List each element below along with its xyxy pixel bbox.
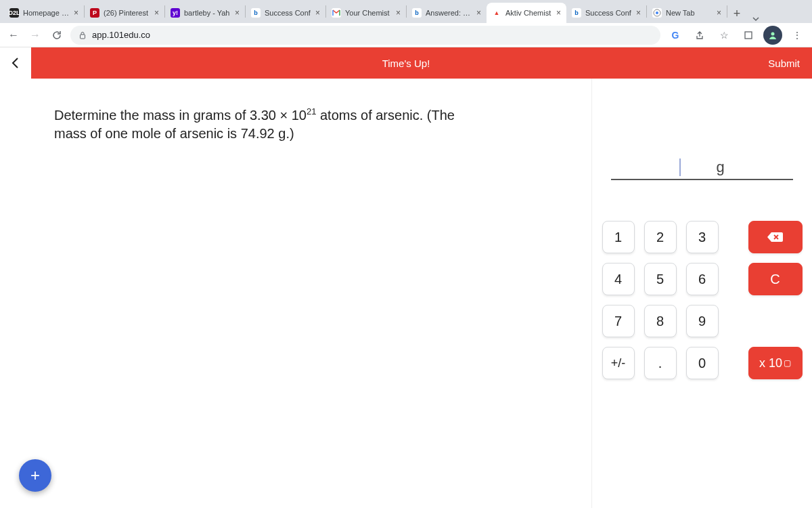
menu-icon[interactable]: ⋮	[788, 26, 807, 45]
close-icon[interactable]: ×	[315, 8, 320, 18]
close-icon[interactable]: ×	[235, 8, 240, 18]
tab-label: New Tab	[666, 9, 713, 17]
aktiv-favicon: ▲	[492, 8, 501, 18]
bartleby-favicon: b	[572, 8, 581, 18]
close-icon[interactable]: ×	[636, 8, 641, 18]
key-4[interactable]: 4	[602, 263, 635, 295]
new-tab-button[interactable]: +	[727, 4, 746, 23]
close-icon[interactable]: ×	[556, 8, 561, 18]
address-bar[interactable]: app.101edu.co	[70, 26, 660, 45]
svg-point-1	[656, 12, 658, 14]
chrome-favicon	[652, 8, 662, 18]
tab-newtab[interactable]: New Tab ×	[647, 3, 727, 23]
browser-toolbar: ← → app.101edu.co G ☆ ⋮	[0, 23, 812, 47]
close-icon[interactable]: ×	[717, 8, 721, 18]
gmail-favicon	[332, 8, 341, 18]
bookmark-icon[interactable]: ☆	[715, 26, 734, 45]
tab-pinterest[interactable]: P (26) Pinterest ×	[85, 3, 164, 23]
close-icon[interactable]: ×	[74, 8, 78, 18]
tab-label: bartleby - Yah	[184, 9, 231, 17]
lock-icon	[78, 31, 87, 39]
tab-bartleby-2[interactable]: b Success Conf ×	[566, 3, 646, 23]
key-dot[interactable]: .	[644, 347, 677, 379]
tab-label: Answered: Qu	[426, 9, 472, 17]
key-6[interactable]: 6	[686, 263, 719, 295]
key-7[interactable]: 7	[602, 305, 635, 337]
answer-unit: g	[716, 158, 724, 176]
pinterest-favicon: P	[90, 8, 99, 18]
svg-rect-2	[81, 35, 85, 39]
browser-tabs: D2L Homepage - S × P (26) Pinterest × y!…	[0, 0, 812, 23]
text-caret	[679, 158, 681, 176]
share-icon[interactable]	[690, 26, 709, 45]
answer-input[interactable]: g	[603, 92, 801, 221]
key-0[interactable]: 0	[686, 347, 719, 379]
bartleby-favicon: b	[251, 8, 261, 18]
tab-bartleby-1[interactable]: b Success Conf ×	[246, 3, 325, 23]
tab-label: Your Chemist	[345, 9, 392, 17]
svg-rect-3	[745, 32, 752, 39]
tab-label: Aktiv Chemist	[505, 9, 552, 17]
svg-point-4	[771, 32, 775, 35]
tab-d2l[interactable]: D2L Homepage - S ×	[4, 3, 84, 23]
d2l-favicon: D2L	[9, 8, 19, 18]
timer-label: Time's Up!	[382, 58, 430, 69]
question-text: Determine the mass in grams of 3.30 × 10…	[54, 106, 487, 143]
key-9[interactable]: 9	[686, 305, 719, 337]
tab-gmail[interactable]: Your Chemist ×	[326, 3, 406, 23]
back-button[interactable]: ←	[5, 27, 22, 43]
close-icon[interactable]: ×	[476, 8, 481, 18]
tab-label: (26) Pinterest	[104, 9, 150, 17]
add-fab-button[interactable]: +	[19, 459, 51, 492]
sci-notation-button[interactable]: x 10▢	[748, 347, 803, 379]
yahoo-favicon: y!	[171, 8, 180, 18]
key-1[interactable]: 1	[602, 221, 635, 253]
key-2[interactable]: 2	[644, 221, 677, 253]
google-lens-icon[interactable]: G	[666, 26, 685, 45]
tab-yahoo[interactable]: y! bartleby - Yah ×	[165, 3, 245, 23]
profile-avatar[interactable]	[763, 26, 782, 45]
close-icon[interactable]: ×	[154, 8, 159, 18]
key-5[interactable]: 5	[644, 263, 677, 295]
tab-aktiv[interactable]: ▲ Aktiv Chemist ×	[487, 3, 566, 23]
tab-label: Success Conf	[265, 9, 311, 17]
key-8[interactable]: 8	[644, 305, 677, 337]
url-text: app.101edu.co	[92, 30, 150, 40]
tabs-overflow-icon[interactable]	[746, 15, 765, 23]
tab-bartleby-answered[interactable]: b Answered: Qu ×	[407, 3, 487, 23]
tab-label: Homepage - S	[23, 9, 70, 17]
reload-button[interactable]	[49, 27, 65, 43]
key-plusminus[interactable]: +/-	[602, 347, 635, 379]
submit-button[interactable]: Submit	[768, 58, 800, 69]
backspace-button[interactable]	[748, 221, 803, 253]
back-chevron-button[interactable]	[0, 47, 31, 79]
forward-button[interactable]: →	[27, 27, 43, 43]
bartleby-favicon: b	[412, 8, 422, 18]
extensions-icon[interactable]	[739, 26, 758, 45]
keypad: 1 2 3 4 5 6 C 7 8 9 +/- . 0 x 10▢	[603, 221, 801, 379]
tab-label: Success Conf	[585, 9, 632, 17]
key-3[interactable]: 3	[686, 221, 719, 253]
app-header: Time's Up! Submit	[0, 47, 812, 79]
clear-button[interactable]: C	[748, 263, 803, 295]
close-icon[interactable]: ×	[396, 8, 401, 18]
